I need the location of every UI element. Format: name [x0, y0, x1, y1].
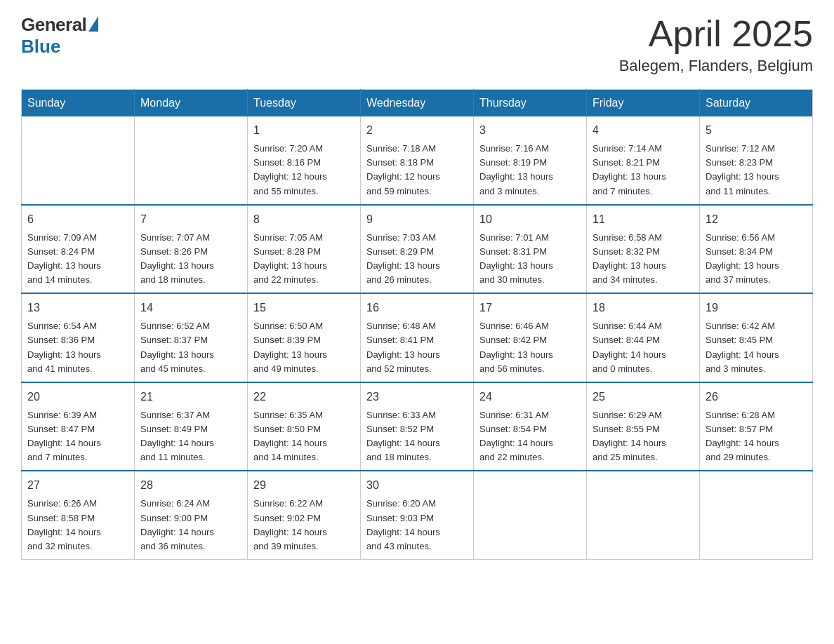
calendar-week-3: 13Sunrise: 6:54 AM Sunset: 8:36 PM Dayli…: [22, 293, 813, 382]
day-number: 11: [593, 211, 694, 228]
calendar-cell: 21Sunrise: 6:37 AM Sunset: 8:49 PM Dayli…: [135, 382, 248, 471]
calendar-cell: 1Sunrise: 7:20 AM Sunset: 8:16 PM Daylig…: [248, 116, 361, 205]
day-info: Sunrise: 7:07 AM Sunset: 8:26 PM Dayligh…: [140, 231, 241, 288]
calendar-cell: [700, 471, 813, 559]
day-number: 18: [593, 300, 694, 316]
day-info: Sunrise: 7:18 AM Sunset: 8:18 PM Dayligh…: [366, 142, 468, 199]
day-info: Sunrise: 6:44 AM Sunset: 8:44 PM Dayligh…: [593, 319, 694, 376]
day-info: Sunrise: 6:39 AM Sunset: 8:47 PM Dayligh…: [27, 408, 128, 465]
day-info: Sunrise: 7:20 AM Sunset: 8:16 PM Dayligh…: [253, 142, 355, 199]
calendar-week-2: 6Sunrise: 7:09 AM Sunset: 8:24 PM Daylig…: [22, 205, 813, 294]
day-info: Sunrise: 6:35 AM Sunset: 8:50 PM Dayligh…: [253, 408, 355, 465]
calendar-cell: 4Sunrise: 7:14 AM Sunset: 8:21 PM Daylig…: [587, 116, 700, 205]
calendar-cell: 8Sunrise: 7:05 AM Sunset: 8:28 PM Daylig…: [248, 205, 361, 294]
day-number: 19: [706, 300, 807, 316]
calendar-cell: [474, 471, 587, 559]
month-title: April 2025: [619, 14, 813, 54]
calendar-cell: 6Sunrise: 7:09 AM Sunset: 8:24 PM Daylig…: [22, 205, 135, 294]
day-info: Sunrise: 6:54 AM Sunset: 8:36 PM Dayligh…: [27, 319, 128, 376]
day-number: 7: [140, 211, 241, 228]
day-info: Sunrise: 6:33 AM Sunset: 8:52 PM Dayligh…: [366, 408, 468, 465]
day-info: Sunrise: 6:58 AM Sunset: 8:32 PM Dayligh…: [593, 231, 694, 288]
day-number: 29: [253, 477, 355, 494]
day-number: 16: [366, 300, 468, 316]
calendar-cell: 13Sunrise: 6:54 AM Sunset: 8:36 PM Dayli…: [22, 293, 135, 382]
weekday-header-saturday: Saturday: [700, 90, 813, 117]
logo-general-text: General: [21, 14, 86, 36]
calendar-cell: 22Sunrise: 6:35 AM Sunset: 8:50 PM Dayli…: [248, 382, 361, 471]
calendar-cell: 25Sunrise: 6:29 AM Sunset: 8:55 PM Dayli…: [587, 382, 700, 471]
day-number: 30: [366, 477, 468, 494]
day-number: 24: [479, 389, 581, 405]
calendar-cell: 12Sunrise: 6:56 AM Sunset: 8:34 PM Dayli…: [700, 205, 813, 294]
calendar-cell: 7Sunrise: 7:07 AM Sunset: 8:26 PM Daylig…: [135, 205, 248, 294]
logo-blue-text: Blue: [21, 36, 60, 58]
calendar-cell: 16Sunrise: 6:48 AM Sunset: 8:41 PM Dayli…: [361, 293, 474, 382]
day-info: Sunrise: 7:05 AM Sunset: 8:28 PM Dayligh…: [253, 231, 355, 288]
calendar-week-4: 20Sunrise: 6:39 AM Sunset: 8:47 PM Dayli…: [22, 382, 813, 471]
weekday-header-wednesday: Wednesday: [361, 90, 474, 117]
calendar-cell: 11Sunrise: 6:58 AM Sunset: 8:32 PM Dayli…: [587, 205, 700, 294]
calendar-cell: 27Sunrise: 6:26 AM Sunset: 8:58 PM Dayli…: [22, 471, 135, 559]
day-info: Sunrise: 7:01 AM Sunset: 8:31 PM Dayligh…: [479, 231, 581, 288]
calendar-cell: 17Sunrise: 6:46 AM Sunset: 8:42 PM Dayli…: [474, 293, 587, 382]
calendar-cell: [135, 116, 248, 205]
day-number: 26: [706, 389, 807, 405]
day-info: Sunrise: 7:16 AM Sunset: 8:19 PM Dayligh…: [479, 142, 581, 199]
day-number: 8: [253, 211, 355, 228]
day-number: 5: [706, 122, 807, 139]
day-info: Sunrise: 7:14 AM Sunset: 8:21 PM Dayligh…: [593, 142, 694, 199]
calendar-cell: 19Sunrise: 6:42 AM Sunset: 8:45 PM Dayli…: [700, 293, 813, 382]
day-info: Sunrise: 6:46 AM Sunset: 8:42 PM Dayligh…: [479, 319, 581, 376]
calendar-cell: 10Sunrise: 7:01 AM Sunset: 8:31 PM Dayli…: [474, 205, 587, 294]
weekday-header-tuesday: Tuesday: [248, 90, 361, 117]
calendar-cell: 14Sunrise: 6:52 AM Sunset: 8:37 PM Dayli…: [135, 293, 248, 382]
calendar-cell: 3Sunrise: 7:16 AM Sunset: 8:19 PM Daylig…: [474, 116, 587, 205]
day-number: 28: [140, 477, 241, 494]
location-title: Balegem, Flanders, Belgium: [619, 57, 813, 75]
weekday-header-friday: Friday: [587, 90, 700, 117]
page-header: General Blue April 2025 Balegem, Flander…: [21, 14, 813, 75]
day-info: Sunrise: 6:20 AM Sunset: 9:03 PM Dayligh…: [366, 497, 468, 554]
day-number: 9: [366, 211, 468, 228]
day-info: Sunrise: 6:29 AM Sunset: 8:55 PM Dayligh…: [593, 408, 694, 465]
calendar-table: SundayMondayTuesdayWednesdayThursdayFrid…: [21, 89, 813, 560]
day-info: Sunrise: 6:50 AM Sunset: 8:39 PM Dayligh…: [253, 319, 355, 376]
day-info: Sunrise: 7:03 AM Sunset: 8:29 PM Dayligh…: [366, 231, 468, 288]
day-number: 6: [27, 211, 128, 228]
logo: General Blue: [21, 14, 98, 58]
calendar-cell: 9Sunrise: 7:03 AM Sunset: 8:29 PM Daylig…: [361, 205, 474, 294]
calendar-cell: 30Sunrise: 6:20 AM Sunset: 9:03 PM Dayli…: [361, 471, 474, 559]
day-info: Sunrise: 6:48 AM Sunset: 8:41 PM Dayligh…: [366, 319, 468, 376]
day-number: 10: [479, 211, 581, 228]
calendar-header-row: SundayMondayTuesdayWednesdayThursdayFrid…: [22, 90, 813, 117]
day-number: 14: [140, 300, 241, 316]
calendar-cell: 26Sunrise: 6:28 AM Sunset: 8:57 PM Dayli…: [700, 382, 813, 471]
day-info: Sunrise: 6:52 AM Sunset: 8:37 PM Dayligh…: [140, 319, 241, 376]
day-number: 12: [706, 211, 807, 228]
day-number: 25: [593, 389, 694, 405]
day-number: 20: [27, 389, 128, 405]
calendar-week-1: 1Sunrise: 7:20 AM Sunset: 8:16 PM Daylig…: [22, 116, 813, 205]
day-info: Sunrise: 6:28 AM Sunset: 8:57 PM Dayligh…: [706, 408, 807, 465]
logo-triangle-icon: [88, 16, 98, 32]
calendar-cell: 5Sunrise: 7:12 AM Sunset: 8:23 PM Daylig…: [700, 116, 813, 205]
day-number: 3: [479, 122, 581, 139]
day-number: 22: [253, 389, 355, 405]
calendar-cell: 28Sunrise: 6:24 AM Sunset: 9:00 PM Dayli…: [135, 471, 248, 559]
calendar-cell: 15Sunrise: 6:50 AM Sunset: 8:39 PM Dayli…: [248, 293, 361, 382]
weekday-header-monday: Monday: [135, 90, 248, 117]
weekday-header-sunday: Sunday: [22, 90, 135, 117]
day-info: Sunrise: 6:37 AM Sunset: 8:49 PM Dayligh…: [140, 408, 241, 465]
day-number: 17: [479, 300, 581, 316]
day-number: 27: [27, 477, 128, 494]
day-info: Sunrise: 6:56 AM Sunset: 8:34 PM Dayligh…: [706, 231, 807, 288]
calendar-cell: 23Sunrise: 6:33 AM Sunset: 8:52 PM Dayli…: [361, 382, 474, 471]
calendar-cell: 29Sunrise: 6:22 AM Sunset: 9:02 PM Dayli…: [248, 471, 361, 559]
day-number: 15: [253, 300, 355, 316]
day-info: Sunrise: 6:31 AM Sunset: 8:54 PM Dayligh…: [479, 408, 581, 465]
day-number: 23: [366, 389, 468, 405]
calendar-cell: 20Sunrise: 6:39 AM Sunset: 8:47 PM Dayli…: [22, 382, 135, 471]
day-number: 1: [253, 122, 355, 139]
calendar-cell: [587, 471, 700, 559]
